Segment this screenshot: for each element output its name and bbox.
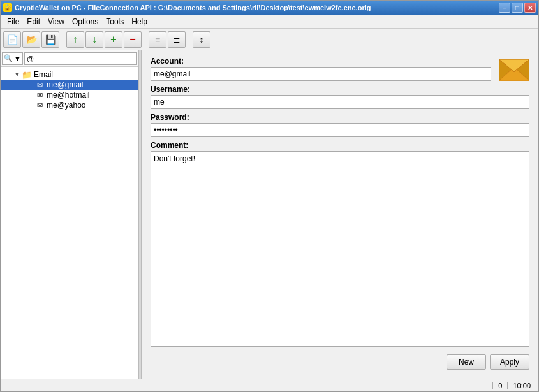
tree-item-hotmail[interactable]: ✉ me@hotmail [1,90,138,100]
username-input[interactable] [151,95,529,109]
tree-item-yahoo[interactable]: ✉ me@yahoo [1,100,138,110]
tree-root-label: Email [34,70,53,79]
password-input[interactable] [151,123,529,137]
search-bar: 🔍 ▼ [1,50,138,67]
tree-view: ▼ 📁 Email ✉ me@gmail ✉ [1,67,138,379]
comment-field-group: Comment: Don't forget! [151,141,529,347]
menu-options[interactable]: Options [68,16,102,27]
new-button[interactable]: New [447,354,486,370]
menu-bar: File Edit View Options Tools Help [1,15,538,29]
account-label: Account: [151,57,529,66]
close-button[interactable]: ✕ [524,3,536,13]
status-bar: 0 10:00 [1,379,538,391]
save-file-button[interactable]: 💾 [41,31,59,48]
toolbar-separator-3 [189,33,189,47]
comment-label: Comment: [151,141,529,150]
account-input[interactable] [151,67,491,81]
search-input[interactable] [24,52,137,65]
search-dropdown[interactable]: 🔍 ▼ [2,52,23,65]
comment-textarea[interactable]: Don't forget! [151,151,529,347]
email-icon-yahoo: ✉ [34,101,45,110]
tree-root[interactable]: ▼ 📁 Email [1,69,138,80]
status-count: 0 [492,382,507,389]
outdent-button[interactable]: ≣ [168,31,186,48]
apply-button[interactable]: Apply [490,354,529,370]
left-panel: 🔍 ▼ ▼ 📁 Email ✉ [1,50,138,379]
account-field-group: Account: [151,57,529,81]
sort-button[interactable]: ↕ [193,31,210,48]
menu-help[interactable]: Help [128,16,151,27]
button-row: New Apply [151,352,529,372]
app-icon: 🔐 [3,3,12,12]
search-dropdown-value: ▼ [14,55,21,62]
toolbar-separator-1 [63,33,63,47]
email-icon-gmail: ✉ [34,80,45,89]
envelope-icon [499,55,529,81]
status-right: 0 10:00 [492,382,536,389]
tree-item-gmail[interactable]: ✉ me@gmail [1,80,138,90]
menu-tools[interactable]: Tools [102,16,128,27]
title-bar-left: 🔐 CrypticWallet on PC - FileConnection A… [3,3,371,12]
main-window: 🔐 CrypticWallet on PC - FileConnection A… [0,0,539,392]
password-field-group: Password: [151,113,529,137]
tree-root-expand-icon[interactable]: ▼ [13,71,21,78]
email-icon-hotmail: ✉ [34,91,45,99]
search-dropdown-icon: 🔍 [4,54,13,62]
toolbar: 📄 📂 💾 ↑ ↓ + − ≡ ≣ ↕ [1,29,538,50]
minimize-button[interactable]: − [499,3,510,13]
remove-item-button[interactable]: − [124,31,142,48]
menu-view[interactable]: View [44,16,68,27]
username-field-group: Username: [151,85,529,109]
toolbar-separator-2 [145,33,145,47]
folder-icon: 📁 [21,70,33,79]
maximize-button[interactable]: □ [512,3,523,13]
indent-button[interactable]: ≡ [149,31,166,48]
window-title: CrypticWallet on PC - FileConnection API… [15,4,371,11]
username-label: Username: [151,85,529,94]
title-bar: 🔐 CrypticWallet on PC - FileConnection A… [1,1,538,15]
main-content: 🔍 ▼ ▼ 📁 Email ✉ [1,50,538,379]
open-file-button[interactable]: 📂 [22,31,40,48]
right-panel: Account: Username: Password: Comment: Do… [142,50,538,379]
password-label: Password: [151,113,529,122]
tree-item-yahoo-label: me@yahoo [47,101,86,110]
move-up-button[interactable]: ↑ [66,31,84,48]
tree-item-hotmail-label: me@hotmail [47,91,90,99]
tree-item-gmail-label: me@gmail [47,80,84,89]
move-down-button[interactable]: ↓ [85,31,103,48]
window-controls: − □ ✕ [499,3,536,13]
menu-edit[interactable]: Edit [23,16,44,27]
menu-file[interactable]: File [3,16,23,27]
new-file-button[interactable]: 📄 [3,31,21,48]
add-item-button[interactable]: + [105,31,122,48]
status-time: 10:00 [507,382,536,389]
